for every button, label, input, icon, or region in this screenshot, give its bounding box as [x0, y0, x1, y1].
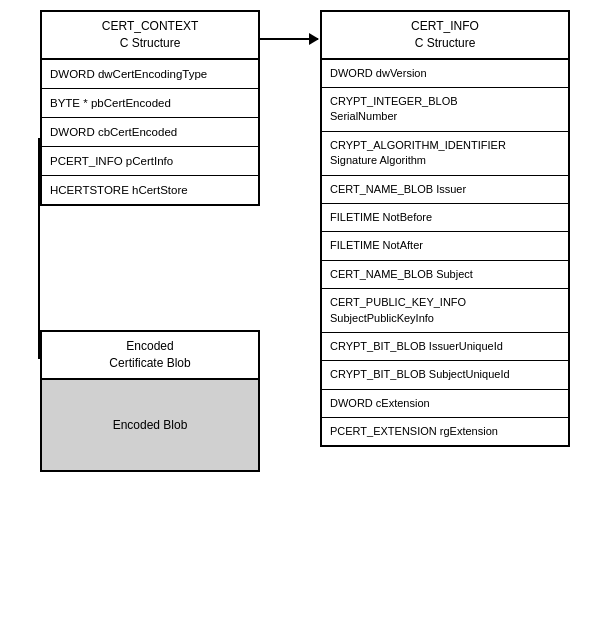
cert-info-row-4: FILETIME NotBefore: [322, 204, 568, 232]
cert-info-row-3: CERT_NAME_BLOB Issuer: [322, 176, 568, 204]
cert-info-row-1: CRYPT_INTEGER_BLOBSerialNumber: [322, 88, 568, 132]
cert-context-section: CERT_CONTEXT C Structure DWORD dwCertEnc…: [40, 10, 260, 206]
cert-context-header: CERT_CONTEXT C Structure: [42, 12, 258, 60]
cert-context-box: CERT_CONTEXT C Structure DWORD dwCertEnc…: [40, 10, 260, 206]
cert-info-row-11: PCERT_EXTENSION rgExtension: [322, 418, 568, 445]
encoded-cert-blob-title2: Certificate Blob: [109, 356, 190, 370]
cert-context-row-3: PCERT_INFO pCertInfo: [42, 147, 258, 176]
cert-info-row-9: CRYPT_BIT_BLOB SubjectUniqueId: [322, 361, 568, 389]
cert-info-header: CERT_INFO C Structure: [322, 12, 568, 60]
cert-info-row-6: CERT_NAME_BLOB Subject: [322, 261, 568, 289]
arrow-context-to-info: [260, 38, 318, 40]
arrow-vertical-left: [38, 138, 40, 358]
cert-info-row-0: DWORD dwVersion: [322, 60, 568, 88]
cert-context-title: CERT_CONTEXT: [102, 19, 198, 33]
encoded-blob-label: Encoded Blob: [113, 418, 188, 432]
diagram: CERT_CONTEXT C Structure DWORD dwCertEnc…: [0, 0, 600, 630]
cert-info-box: CERT_INFO C Structure DWORD dwVersion CR…: [320, 10, 570, 447]
cert-info-section: CERT_INFO C Structure DWORD dwVersion CR…: [320, 10, 570, 447]
cert-context-row-4: HCERTSTORE hCertStore: [42, 176, 258, 204]
cert-context-row-0: DWORD dwCertEncodingType: [42, 60, 258, 89]
cert-info-title: CERT_INFO: [411, 19, 479, 33]
cert-info-row-7: CERT_PUBLIC_KEY_INFOSubjectPublicKeyInfo: [322, 289, 568, 333]
cert-context-row-1: BYTE * pbCertEncoded: [42, 89, 258, 118]
cert-info-subtitle: C Structure: [415, 36, 476, 50]
encoded-blob-content: Encoded Blob: [42, 380, 258, 470]
cert-info-row-10: DWORD cExtension: [322, 390, 568, 418]
encoded-cert-blob-box: Encoded Certificate Blob Encoded Blob: [40, 330, 260, 472]
encoded-cert-blob-title: Encoded: [126, 339, 173, 353]
cert-info-row-8: CRYPT_BIT_BLOB IssuerUniqueId: [322, 333, 568, 361]
cert-info-row-5: FILETIME NotAfter: [322, 232, 568, 260]
cert-context-row-2: DWORD cbCertEncoded: [42, 118, 258, 147]
encoded-cert-blob-section: Encoded Certificate Blob Encoded Blob: [40, 330, 260, 472]
cert-info-row-2: CRYPT_ALGORITHM_IDENTIFIERSignature Algo…: [322, 132, 568, 176]
encoded-cert-blob-header: Encoded Certificate Blob: [42, 332, 258, 380]
cert-context-subtitle: C Structure: [120, 36, 181, 50]
